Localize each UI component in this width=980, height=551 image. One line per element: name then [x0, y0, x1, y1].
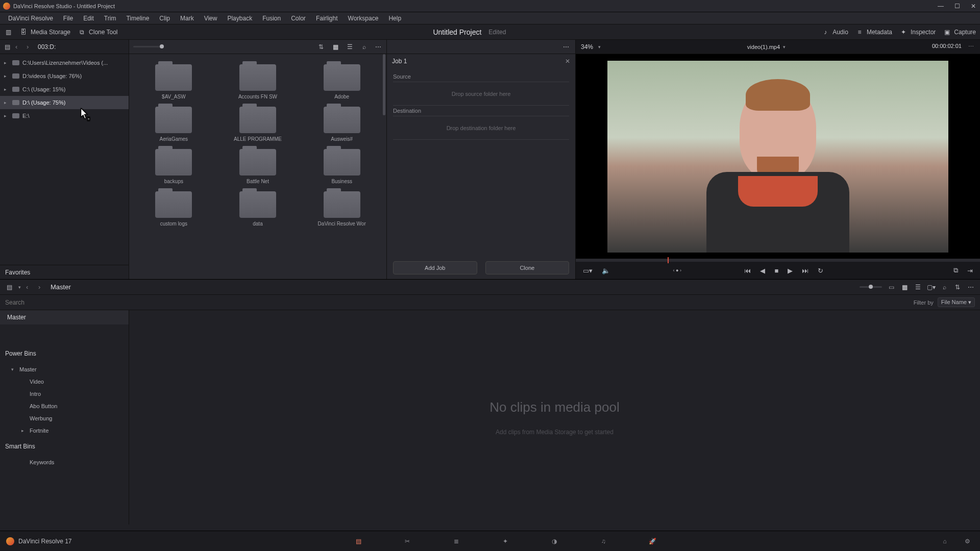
drive-item[interactable]: ▸E:\: [0, 109, 129, 122]
bin-item[interactable]: Werbung: [0, 412, 129, 424]
page-media-icon[interactable]: ▤: [353, 536, 364, 547]
page-edit-icon[interactable]: ≣: [451, 536, 462, 547]
folder-item[interactable]: DaVinci Resolve Wor: [302, 188, 381, 227]
loop-icon[interactable]: ↻: [818, 267, 823, 274]
clone-button[interactable]: Clone: [485, 261, 570, 274]
list-view-icon[interactable]: ☰: [346, 43, 354, 51]
pool-thumb-slider[interactable]: [860, 286, 882, 288]
page-fairlight-icon[interactable]: ♫: [598, 536, 609, 547]
panel-toggle-button[interactable]: ▥: [4, 28, 12, 36]
drive-item[interactable]: ▸C:\Users\Lizenznehmer\Videos (...: [0, 56, 129, 69]
bin-item[interactable]: Abo Button: [0, 400, 129, 412]
destination-drop-area[interactable]: Drop destination folder here: [393, 116, 569, 140]
menu-trim[interactable]: Trim: [99, 12, 121, 24]
grid-view-icon[interactable]: ▦: [331, 43, 339, 51]
pool-search-icon[interactable]: ⌕: [940, 283, 948, 291]
filter-by-select[interactable]: File Name ▾: [938, 297, 975, 307]
clone-panel-options-icon[interactable]: ⋯: [562, 43, 570, 51]
menu-timeline[interactable]: Timeline: [121, 12, 154, 24]
menu-workspace[interactable]: Workspace: [343, 12, 384, 24]
thumbnail-size-slider[interactable]: [133, 46, 164, 47]
sort-icon[interactable]: ⇅: [317, 43, 325, 51]
pool-nav-back-icon[interactable]: ‹: [26, 283, 33, 291]
menu-mark[interactable]: Mark: [175, 12, 199, 24]
pool-list-view-icon[interactable]: ☰: [914, 283, 922, 291]
menu-file[interactable]: File: [58, 12, 78, 24]
drive-item[interactable]: ▸C:\ (Usage: 15%): [0, 83, 129, 96]
capture-panel-button[interactable]: ▣Capture: [943, 28, 976, 36]
nav-back-icon[interactable]: ‹: [15, 43, 22, 51]
menu-playback[interactable]: Playback: [222, 12, 257, 24]
page-cut-icon[interactable]: ✂: [402, 536, 413, 547]
viewer-canvas[interactable]: [576, 54, 980, 259]
jog-control[interactable]: ‹ ● ›: [673, 268, 681, 273]
more-options-icon[interactable]: ⋯: [374, 43, 382, 51]
bin-item[interactable]: ▾Master: [0, 363, 129, 375]
match-frame-icon[interactable]: ⧉: [953, 266, 958, 274]
folder-item[interactable]: AeriaGames: [134, 104, 213, 142]
viewer-scrub-bar[interactable]: [576, 259, 980, 262]
sidebar-toggle-icon[interactable]: ▤: [3, 43, 11, 51]
play-icon[interactable]: ▶: [788, 267, 793, 274]
menu-clip[interactable]: Clip: [154, 12, 175, 24]
source-drop-area[interactable]: Drop source folder here: [393, 82, 569, 106]
search-icon[interactable]: ⌕: [360, 43, 368, 51]
folder-item[interactable]: backups: [134, 146, 213, 184]
metadata-panel-button[interactable]: ≡Metadata: [855, 28, 892, 36]
menu-edit[interactable]: Edit: [78, 12, 99, 24]
bin-item[interactable]: Video: [0, 375, 129, 388]
add-job-button[interactable]: Add Job: [393, 261, 477, 274]
page-deliver-icon[interactable]: 🚀: [647, 536, 658, 547]
pool-nav-forward-icon[interactable]: ›: [38, 283, 45, 291]
project-settings-icon[interactable]: ⚙: [962, 536, 973, 547]
folder-item[interactable]: custom logs: [134, 188, 213, 227]
media-storage-button[interactable]: 🗄Media Storage: [19, 28, 70, 36]
breadcrumb-master[interactable]: Master: [51, 283, 71, 291]
home-icon[interactable]: ⌂: [939, 536, 950, 547]
folder-item[interactable]: Accounts FN SW: [218, 61, 298, 99]
bin-item[interactable]: Intro: [0, 388, 129, 400]
folder-item[interactable]: Business: [302, 146, 381, 184]
menu-davinci-resolve[interactable]: DaVinci Resolve: [3, 12, 58, 24]
scrollbar-thumb[interactable]: [383, 54, 385, 115]
pool-options-icon[interactable]: ⋯: [967, 283, 975, 291]
drive-item[interactable]: ▸D:\ (Usage: 75%): [0, 96, 129, 109]
pool-strip-view-icon[interactable]: ▭: [887, 283, 895, 291]
clip-dropdown-icon[interactable]: ▾: [783, 44, 786, 49]
go-to-end-icon[interactable]: ⏭: [802, 267, 808, 274]
window-minimize-icon[interactable]: —: [937, 3, 944, 10]
drive-item[interactable]: ▸D:\videos (Usage: 76%): [0, 69, 129, 83]
smart-bin-item[interactable]: Keywords: [0, 456, 129, 468]
playhead[interactable]: [668, 257, 669, 263]
folder-item[interactable]: $AV_ASW: [134, 61, 213, 99]
bin-item[interactable]: ▸Fortnite: [0, 424, 129, 437]
folder-item[interactable]: Battle Net: [218, 146, 298, 184]
folder-item[interactable]: ALLE PROGRAMME: [218, 104, 298, 142]
mute-icon[interactable]: 🔈: [602, 267, 610, 274]
bin-master-header[interactable]: Master: [0, 310, 129, 324]
viewer-options-icon[interactable]: ⋯: [967, 43, 975, 51]
window-close-icon[interactable]: ✕: [970, 3, 977, 10]
nav-forward-icon[interactable]: ›: [27, 43, 34, 51]
stop-icon[interactable]: ■: [774, 267, 778, 274]
pool-crop-icon[interactable]: ▢▾: [927, 283, 935, 291]
inspector-panel-button[interactable]: ✦Inspector: [899, 28, 936, 36]
job-close-icon[interactable]: ✕: [565, 58, 570, 65]
pool-grid-view-icon[interactable]: ▦: [900, 283, 909, 291]
page-color-icon[interactable]: ◑: [549, 536, 560, 547]
folder-item[interactable]: Adobe: [302, 61, 381, 99]
folder-item[interactable]: Ausweis#: [302, 104, 381, 142]
page-fusion-icon[interactable]: ✦: [500, 536, 511, 547]
mark-in-out-icon[interactable]: ▭▾: [583, 267, 593, 274]
zoom-level-label[interactable]: 34%: [581, 43, 593, 51]
clone-tool-button[interactable]: ⧉Clone Tool: [78, 28, 117, 36]
step-back-icon[interactable]: ◀: [760, 267, 765, 274]
media-pool-canvas[interactable]: No clips in media pool Add clips from Me…: [129, 310, 980, 524]
folder-item[interactable]: data: [218, 188, 298, 227]
window-maximize-icon[interactable]: ☐: [953, 3, 961, 10]
pool-dropdown-icon[interactable]: ▾: [18, 285, 21, 290]
insert-clip-icon[interactable]: ⇥: [967, 267, 973, 274]
menu-view[interactable]: View: [199, 12, 223, 24]
pool-search-input[interactable]: [5, 299, 914, 306]
go-to-start-icon[interactable]: ⏮: [744, 267, 751, 274]
